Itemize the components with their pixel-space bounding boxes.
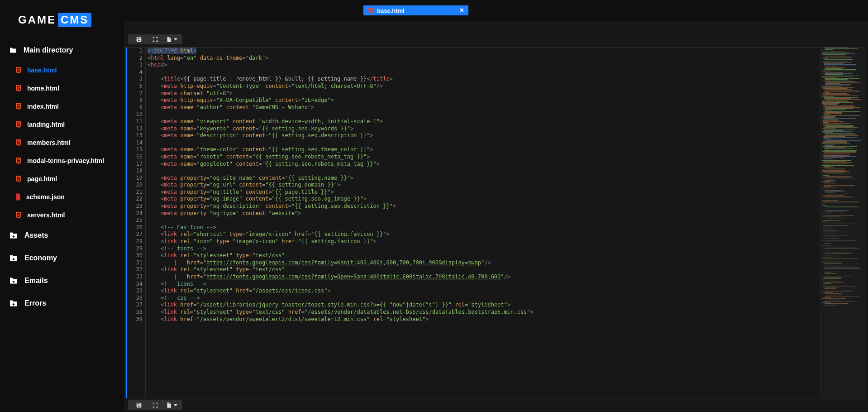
fullscreen-icon	[152, 402, 158, 408]
file-item-landing-html[interactable]: landing.html	[0, 115, 123, 134]
folder-assets[interactable]: Assets	[0, 224, 123, 247]
save-button[interactable]	[131, 34, 147, 44]
file-label: landing.html	[27, 121, 65, 128]
file-item-base-html[interactable]: base.html	[0, 61, 123, 79]
file-item-members-html[interactable]: members.html	[0, 134, 123, 152]
tab-base-html[interactable]: base.html ×	[363, 5, 468, 15]
html5-icon	[15, 157, 22, 164]
file-item-scheme-json[interactable]: scheme.json	[0, 188, 123, 206]
logo-part1: GAME	[18, 14, 56, 26]
file-item-page-html[interactable]: page.html	[0, 170, 123, 188]
html5-icon	[15, 85, 22, 92]
file-icon	[15, 193, 21, 201]
fullscreen-button-bottom[interactable]	[147, 400, 163, 410]
html5-icon	[15, 211, 22, 219]
editor-toolbar-bottom	[128, 400, 182, 410]
file-menu-button[interactable]	[163, 34, 180, 44]
save-icon	[136, 36, 142, 43]
file-item-index-html[interactable]: index.html	[0, 97, 123, 115]
file-label: index.html	[27, 103, 59, 110]
folder-emails[interactable]: Emails	[0, 269, 123, 292]
chevron-down-icon	[174, 403, 177, 407]
folder-plus-icon	[9, 232, 18, 239]
save-button-bottom[interactable]	[131, 400, 147, 410]
chevron-down-icon	[174, 38, 177, 41]
file-label: modal-terms-privacy.html	[27, 157, 104, 164]
folder-plus-icon	[9, 254, 18, 262]
folder-economy[interactable]: Economy	[0, 247, 123, 269]
folder-errors[interactable]: Errors	[0, 292, 123, 315]
line-number-gutter: 1234567891011121314151617181920212223242…	[126, 48, 146, 398]
folder-icon	[9, 47, 17, 53]
fullscreen-button[interactable]	[147, 34, 163, 44]
code-editor[interactable]: 1234567891011121314151617181920212223242…	[125, 47, 866, 398]
logo-part2: CMS	[58, 13, 91, 27]
sidebar: GAME CMS Main directory base.htmlhome.ht…	[0, 0, 124, 412]
main: base.html × 1234567891011121314151617181…	[124, 0, 868, 412]
tree-header-main-directory[interactable]: Main directory	[0, 40, 123, 61]
close-icon[interactable]: ×	[460, 6, 464, 14]
editor-toolbar-top	[128, 34, 182, 44]
file-label: base.html	[27, 67, 57, 74]
folder-label: Assets	[24, 231, 48, 240]
file-label: page.html	[27, 175, 57, 182]
html5-icon	[15, 121, 22, 128]
tree-header-label: Main directory	[24, 46, 73, 54]
logo: GAME CMS	[0, 0, 123, 40]
code-area[interactable]: <!DOCTYPE html><html lang="en" data-bs-t…	[146, 48, 820, 398]
file-item-modal-terms-privacy-html[interactable]: modal-terms-privacy.html	[0, 152, 123, 170]
file-icon	[166, 402, 172, 408]
html5-icon	[15, 67, 22, 74]
html5-icon	[15, 103, 22, 110]
html5-icon	[15, 175, 22, 182]
folder-label: Emails	[24, 277, 48, 285]
save-icon	[136, 402, 142, 408]
file-label: home.html	[27, 85, 59, 92]
file-menu-button-bottom[interactable]	[163, 400, 180, 410]
file-item-home-html[interactable]: home.html	[0, 79, 123, 97]
tab-label: base.html	[377, 7, 405, 14]
folder-plus-icon	[9, 300, 18, 307]
folder-plus-icon	[9, 277, 18, 284]
bottom-bar	[124, 398, 868, 412]
folder-list: AssetsEconomyEmailsErrors	[0, 224, 123, 315]
tab-bar: base.html ×	[124, 0, 868, 21]
folder-label: Economy	[24, 254, 57, 262]
file-label: members.html	[27, 139, 71, 146]
file-label: servers.html	[27, 211, 65, 219]
fullscreen-icon	[152, 36, 158, 43]
folder-label: Errors	[24, 299, 46, 307]
file-icon	[166, 36, 172, 43]
file-item-servers-html[interactable]: servers.html	[0, 206, 123, 224]
html5-icon	[15, 139, 22, 146]
minimap[interactable]	[820, 48, 866, 398]
file-list: base.htmlhome.htmlindex.htmllanding.html…	[0, 61, 123, 224]
file-label: scheme.json	[26, 193, 65, 201]
html5-icon	[368, 7, 373, 14]
